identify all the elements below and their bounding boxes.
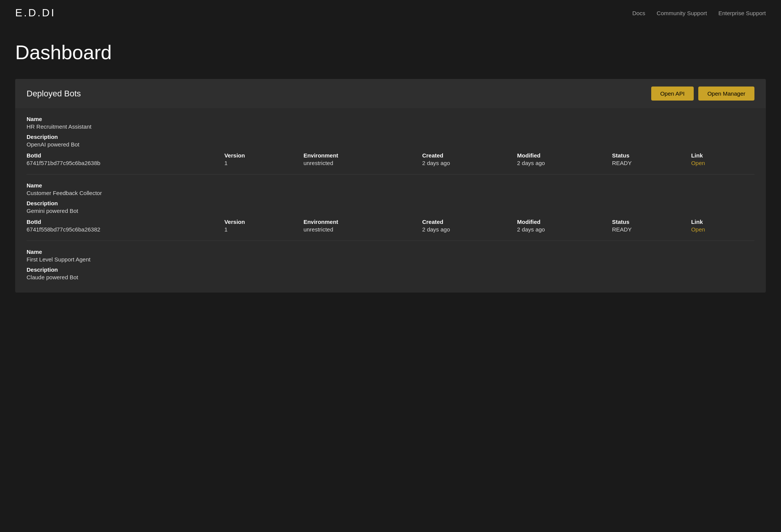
nav-links: Docs Community Support Enterprise Suppor… xyxy=(632,10,766,16)
bot-2-status-col: Status READY xyxy=(612,219,691,233)
bot-entry-2: Name Customer Feedback Collector Descrip… xyxy=(27,175,754,241)
bot-2-version-col: Version 1 xyxy=(224,219,303,233)
bot-2-desc-value: Gemini powered Bot xyxy=(27,208,754,214)
bot-1-botid-label: BotId xyxy=(27,152,224,159)
bot-2-version-label: Version xyxy=(224,219,303,225)
open-api-button[interactable]: Open API xyxy=(651,87,694,101)
bot-2-botid-label: BotId xyxy=(27,219,224,225)
bot-2-environment-value: unrestricted xyxy=(304,226,422,233)
bot-2-desc-label: Description xyxy=(27,200,754,206)
bot-2-environment-label: Environment xyxy=(304,219,422,225)
bot-1-name-value: HR Recruitment Assistant xyxy=(27,123,754,130)
nav-enterprise-support[interactable]: Enterprise Support xyxy=(718,10,766,16)
bot-2-environment-col: Environment unrestricted xyxy=(304,219,422,233)
bot-2-name-label: Name xyxy=(27,182,754,189)
bot-1-created-col: Created 2 days ago xyxy=(422,152,517,166)
bot-3-name-value: First Level Support Agent xyxy=(27,256,754,263)
bot-2-name-value: Customer Feedback Collector xyxy=(27,190,754,196)
bot-2-link-col: Link Open xyxy=(691,219,754,233)
bot-2-link-label: Link xyxy=(691,219,754,225)
app-header: E.D.DI Docs Community Support Enterprise… xyxy=(0,0,781,26)
panel-title: Deployed Bots xyxy=(27,89,81,99)
bot-2-status-value: READY xyxy=(612,226,691,233)
bot-3-desc-value: Claude powered Bot xyxy=(27,274,754,280)
main-content: Dashboard Deployed Bots Open API Open Ma… xyxy=(0,26,781,308)
bot-1-version-value: 1 xyxy=(224,160,303,166)
bot-2-created-value: 2 days ago xyxy=(422,226,517,233)
bot-1-modified-value: 2 days ago xyxy=(517,160,612,166)
bot-1-created-label: Created xyxy=(422,152,517,159)
bot-1-meta: Name HR Recruitment Assistant Descriptio… xyxy=(27,116,754,148)
bot-1-environment-value: unrestricted xyxy=(304,160,422,166)
deployed-bots-panel: Deployed Bots Open API Open Manager Name… xyxy=(15,79,766,293)
logo: E.D.DI xyxy=(15,7,55,19)
bot-2-version-value: 1 xyxy=(224,226,303,233)
bot-1-version-label: Version xyxy=(224,152,303,159)
bot-3-desc-label: Description xyxy=(27,266,754,273)
nav-community-support[interactable]: Community Support xyxy=(657,10,707,16)
nav-docs[interactable]: Docs xyxy=(632,10,645,16)
bot-2-modified-col: Modified 2 days ago xyxy=(517,219,612,233)
bot-1-environment-label: Environment xyxy=(304,152,422,159)
bot-1-details: BotId 6741f571bd77c95c6ba2638b Version 1… xyxy=(27,152,754,167)
bot-1-botid-col: BotId 6741f571bd77c95c6ba2638b xyxy=(27,152,224,166)
bot-1-botid-value: 6741f571bd77c95c6ba2638b xyxy=(27,160,224,166)
bot-2-meta: Name Customer Feedback Collector Descrip… xyxy=(27,182,754,214)
bot-1-modified-col: Modified 2 days ago xyxy=(517,152,612,166)
open-manager-button[interactable]: Open Manager xyxy=(698,87,754,101)
page-title: Dashboard xyxy=(15,41,766,64)
bot-1-name-label: Name xyxy=(27,116,754,122)
bot-1-open-link[interactable]: Open xyxy=(691,160,705,166)
panel-header: Deployed Bots Open API Open Manager xyxy=(15,79,766,108)
bot-1-status-value: READY xyxy=(612,160,691,166)
bot-1-desc-label: Description xyxy=(27,134,754,140)
bot-1-desc-value: OpenAI powered Bot xyxy=(27,141,754,148)
bot-1-environment-col: Environment unrestricted xyxy=(304,152,422,166)
bot-2-status-label: Status xyxy=(612,219,691,225)
bots-table: Name HR Recruitment Assistant Descriptio… xyxy=(15,108,766,293)
bot-1-link-label: Link xyxy=(691,152,754,159)
bot-2-open-link[interactable]: Open xyxy=(691,226,705,233)
bot-2-details: BotId 6741f558bd77c95c6ba26382 Version 1… xyxy=(27,219,754,233)
panel-actions: Open API Open Manager xyxy=(651,87,754,101)
bot-1-status-label: Status xyxy=(612,152,691,159)
bot-3-name-label: Name xyxy=(27,249,754,255)
bot-1-link-col: Link Open xyxy=(691,152,754,167)
bot-1-status-col: Status READY xyxy=(612,152,691,166)
bot-2-botid-value: 6741f558bd77c95c6ba26382 xyxy=(27,226,224,233)
bot-1-created-value: 2 days ago xyxy=(422,160,517,166)
bot-1-version-col: Version 1 xyxy=(224,152,303,166)
bot-3-meta: Name First Level Support Agent Descripti… xyxy=(27,249,754,280)
bot-2-botid-col: BotId 6741f558bd77c95c6ba26382 xyxy=(27,219,224,233)
bot-entry-1: Name HR Recruitment Assistant Descriptio… xyxy=(27,108,754,175)
bot-entry-3: Name First Level Support Agent Descripti… xyxy=(27,241,754,293)
bot-2-modified-value: 2 days ago xyxy=(517,226,612,233)
bot-2-created-col: Created 2 days ago xyxy=(422,219,517,233)
bot-1-modified-label: Modified xyxy=(517,152,612,159)
bot-2-modified-label: Modified xyxy=(517,219,612,225)
bot-2-created-label: Created xyxy=(422,219,517,225)
